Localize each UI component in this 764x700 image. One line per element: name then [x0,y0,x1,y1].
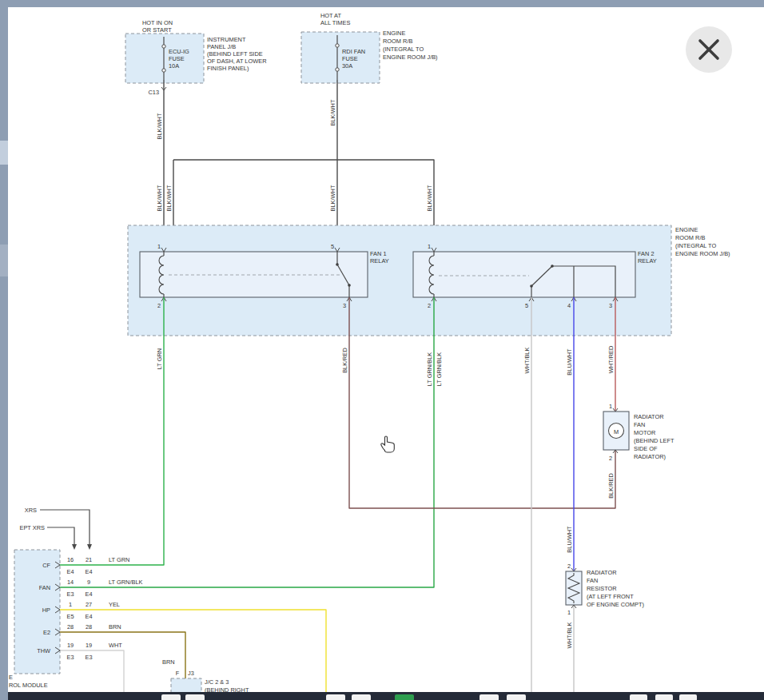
relay-box-location: (INTEGRAL TO [675,242,716,249]
pin-number: 1 [609,403,612,410]
ecm-conn: E4 [85,613,92,620]
relay-name: RELAY [370,257,389,264]
pin-number: 1 [428,243,431,250]
resistor-caption: FAN [587,577,598,584]
relay-name: FAN 1 [370,250,387,257]
motor-caption: MOTOR [634,429,655,436]
pin-number: 4 [567,302,571,309]
pin-number: 2 [428,302,431,309]
taskbar-icon[interactable] [161,694,181,700]
diagram-panel [8,7,764,700]
ecm-conn: E5 [66,613,74,620]
wire-label-ltgrnblk: LT GRN/BLK [426,352,433,387]
ecm-pin: 27 [86,601,92,608]
fuse-terminal [162,69,165,72]
ecm-terminal: HP [42,607,50,614]
page-edge-left [0,0,8,700]
pin-number: 2 [157,302,161,309]
fuse-rating: 10A [169,62,179,70]
fuse-location: ENGINE [383,30,405,37]
taskbar-icon[interactable] [185,694,205,700]
pin-number: 1 [157,243,161,250]
fuse-location: PANEL J/B [207,43,236,50]
motor-letter: M [614,428,619,436]
pin-number: 5 [525,302,528,309]
ecm-pin: 28 [67,623,74,630]
ecm-conn: E3 [66,654,74,661]
pin-number: 2 [567,563,571,570]
close-button[interactable] [686,26,732,73]
fuse-location: ENGINE ROOM J/B) [383,54,438,61]
fuse-terminal [336,44,339,47]
wire-label-brn: BRN [109,623,121,630]
ecm-conn: E3 [85,654,92,661]
fuse-location: INSTRUMENT [207,36,246,43]
fuse-location: (BEHIND LEFT SIDE [207,50,263,58]
ecm-pin: 14 [67,579,74,586]
pin-number: 3 [609,302,612,309]
relay-box-location: ROOM R/B [675,234,705,241]
wire-label-blkred: BLK/RED [607,473,615,499]
wire-label-blkwht: BLK/WHT [156,113,163,139]
toolbar-background [8,692,764,700]
variant-label-ept-xrs: EPT XRS [20,524,46,531]
taskbar-icon[interactable] [655,694,673,700]
wire-label-brn: BRN [162,658,175,666]
wire-label-blkred: BLK/RED [341,348,348,373]
ecm-pin: 21 [86,556,92,563]
ecm-terminal: THW [37,647,50,654]
wire-label-blkwht: BLK/WHT [329,185,336,211]
fuse-location: FINISH PANEL) [207,65,249,72]
relay-name: RELAY [638,257,657,264]
taskbar-icon[interactable] [630,694,647,700]
fuse-name: FUSE [169,55,185,62]
fuse-terminal [336,68,339,71]
wire-label-bluwht: BLU/WHT [566,348,573,376]
ecm-pin: 16 [67,556,74,563]
wire-label-whtred: WHT/RED [607,346,615,374]
ecm-terminal: E2 [43,629,50,636]
wire-label-bluwht: BLU/WHT [566,526,573,553]
fuse-name: ECU-IG [169,48,189,55]
taskbar-icon[interactable] [326,694,345,700]
resistor-caption: OF ENGINE COMPT) [587,601,644,608]
wire-label-wht: WHT [109,642,122,649]
page-edge-top [0,0,764,7]
wire-label-ltgrn: LT GRN [109,556,129,563]
ecm-pin: 19 [86,642,92,649]
wire-label-yel: YEL [109,601,120,608]
wire-label-whtblk: WHT/BLK [566,622,573,649]
fuse-location: (INTEGRAL TO [383,46,424,53]
fuse-rating: 30A [342,62,352,70]
taskbar-icon[interactable] [679,694,697,700]
screenshot-root: HOT IN ON OR START ECU-IG FUSE 10A INSTR… [0,0,764,700]
bottom-toolbar [8,692,764,700]
motor-caption: RADIATOR [634,413,664,420]
engine-room-relay-box: ENGINE ROOM R/B (INTEGRAL TO ENGINE ROOM… [128,225,730,336]
jc-caption: J/C 2 & 3 [205,678,229,686]
taskbar-icon[interactable] [395,694,414,700]
pin-number: 5 [331,243,334,250]
power-source-label: OR START [142,26,172,34]
taskbar-icon[interactable] [352,694,371,700]
fuse-terminal [162,45,165,48]
taskbar-icon[interactable] [507,694,526,700]
relay-box-location: ENGINE [675,226,698,233]
ecm-caption-fragment: ROL MODULE [9,682,48,689]
power-source-label: HOT AT [320,12,341,19]
ecm-terminal: FAN [39,584,50,591]
taskbar-icon[interactable] [479,694,499,700]
wire-label-ltgrnblk: LT GRN/BLK [436,352,443,387]
wire-label-ltgrnblk: LT GRN/BLK [109,579,143,586]
motor-caption: RADIATOR) [634,453,666,460]
connector-id: C13 [148,89,159,96]
ecm-outline [14,550,60,674]
wire-label-blkwht: BLK/WHT [426,185,433,211]
ecm-pin: 1 [69,601,72,608]
fuse-box [125,34,204,83]
ecm-conn: E4 [66,568,74,575]
motor-caption: SIDE OF [634,445,658,452]
ecm-caption-fragment: E [9,674,13,681]
wire-label-blkwht: BLK/WHT [329,99,336,125]
ecm-conn: E4 [85,568,92,575]
